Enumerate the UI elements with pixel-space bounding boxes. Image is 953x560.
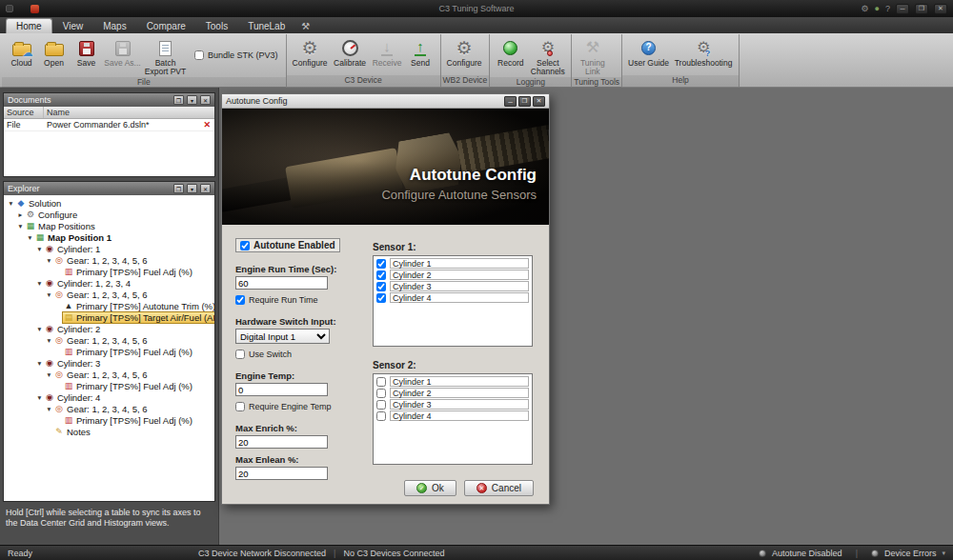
cylinder-checkbox[interactable] [376,270,386,280]
cylinder-checkbox[interactable] [376,293,386,303]
tree-item[interactable]: ▾◉Cylinder: 2 [4,323,214,334]
tab-tunelab[interactable]: TuneLab [238,19,294,33]
name-column-header[interactable]: Name [44,107,214,118]
tree-item[interactable]: ▤Primary [TPS%] Target Air/Fuel (AFR) [4,311,214,323]
save-button[interactable]: Save [71,35,102,69]
explorer-autohide-icon[interactable]: ▾ [187,184,197,193]
tab-home[interactable]: Home [6,18,52,33]
source-column-header[interactable]: Source [4,107,44,118]
tree-item[interactable]: ▥Primary [TPS%] Fuel Adj (%) [4,266,214,277]
tab-tools[interactable]: Tools [196,19,237,33]
tree-item[interactable]: ▾◎Gear: 1, 2, 3, 4, 5, 6 [4,289,214,300]
tree-item[interactable]: ✎Notes [4,426,214,437]
dialog-titlebar[interactable]: Autotune Config ─ ❐ ✕ [222,94,549,109]
max-enrich-input[interactable] [235,435,328,449]
require-run-time-checkbox[interactable] [235,295,245,305]
expand-icon[interactable]: ▸ [16,210,25,219]
dialog-maximize-icon[interactable]: ❐ [518,96,531,107]
collapse-icon[interactable]: ▾ [7,199,15,208]
tab-compare[interactable]: Compare [137,19,195,33]
collapse-icon[interactable]: ▾ [45,336,53,345]
document-row[interactable]: File Power Commander 6.dsln* ✕ [4,119,214,131]
wb2-configure-button[interactable]: ⚙ Configure [445,35,484,69]
collapse-icon[interactable]: ▾ [35,245,44,253]
titlebar-gear-icon[interactable]: ⚙ [861,5,868,13]
cloud-button[interactable]: ☁ Cloud [6,35,37,69]
ribbon-group-wb2-device: ⚙ Configure WB2 Device [441,34,491,87]
tree-item[interactable]: ▾▦Map Position 1 [4,231,214,243]
select-channels-button[interactable]: ⚙ Select Channels [528,35,567,77]
collapse-icon[interactable]: ▾ [35,279,44,288]
batch-export-pvt-button[interactable]: Batch Export PVT [143,35,188,77]
titlebar-status-icon[interactable]: ● [875,5,880,13]
titlebar-help-icon[interactable]: ? [885,5,890,13]
bundle-stk-checkbox[interactable] [194,50,204,60]
close-button[interactable]: ✕ [934,4,947,14]
receive-button[interactable]: ↓ Receive [371,35,404,69]
use-switch-checkbox[interactable] [235,350,245,359]
tree-item[interactable]: ▾▦Map Positions [4,220,214,231]
open-button[interactable]: Open [38,35,70,69]
user-guide-button[interactable]: ? User Guide [626,35,671,69]
close-document-icon[interactable]: ✕ [199,120,214,130]
collapse-icon[interactable]: ▾ [35,325,44,333]
tree-item[interactable]: ▸⚙Configure [4,209,214,220]
cylinder-checkbox[interactable] [376,389,386,398]
tree-item[interactable]: ▥Primary [TPS%] Fuel Adj (%) [4,346,214,357]
cylinder-checkbox[interactable] [376,377,386,387]
cylinder-checkbox[interactable] [376,411,386,421]
collapse-icon[interactable]: ▾ [35,359,44,368]
tree-item[interactable]: ▾◎Gear: 1, 2, 3, 4, 5, 6 [4,254,214,266]
tab-view[interactable]: View [53,19,93,33]
documents-float-icon[interactable]: ❐ [173,95,184,105]
tree-item[interactable]: ▾◎Gear: 1, 2, 3, 4, 5, 6 [4,403,214,414]
autotune-enabled-checkbox[interactable] [240,241,250,250]
tree-item[interactable]: ▾◉Cylinder: 1, 2, 3, 4 [4,277,214,289]
calibrate-button[interactable]: Calibrate [331,35,370,69]
cylinder-checkbox[interactable] [376,259,386,269]
explorer-close-icon[interactable]: ✕ [200,184,211,193]
collapse-icon[interactable]: ▾ [45,290,53,299]
minimize-button[interactable]: ─ [896,4,909,14]
require-engine-temp-checkbox[interactable] [235,402,245,411]
collapse-icon[interactable]: ▾ [45,370,53,379]
collapse-icon[interactable]: ▾ [45,405,53,413]
cylinder-checkbox[interactable] [376,282,386,291]
explorer-float-icon[interactable]: ❐ [173,184,184,193]
documents-close-icon[interactable]: ✕ [200,95,211,105]
troubleshooting-button[interactable]: ⚙? Troubleshooting [672,35,735,69]
dialog-minimize-icon[interactable]: ─ [504,96,517,107]
tree-item[interactable]: ▾◉Cylinder: 4 [4,391,214,403]
engine-run-time-input[interactable] [235,276,328,290]
tuning-link-button[interactable]: ⚒ Tuning Link [576,35,609,77]
ok-button[interactable]: ✓ Ok [404,480,456,496]
send-button[interactable]: ↑ Send [405,35,436,69]
maximize-button[interactable]: ❐ [915,4,928,14]
tree-item[interactable]: ▾◆Solution [4,197,214,209]
hardware-switch-select[interactable]: Digital Input 1 [235,329,330,344]
tree-item[interactable]: ▲Primary [TPS%] Autotune Trim (%) [4,300,214,311]
c3-configure-button[interactable]: ⚙ Configure [291,35,330,69]
cylinder-checkbox[interactable] [376,400,386,410]
collapse-icon[interactable]: ▾ [45,256,53,265]
tree-item[interactable]: ▾◉Cylinder: 1 [4,243,214,254]
tab-maps[interactable]: Maps [93,19,135,33]
cancel-button[interactable]: ✕ Cancel [464,480,534,496]
tree-item[interactable]: ▾◎Gear: 1, 2, 3, 4, 5, 6 [4,334,214,346]
device-errors-chevron-icon[interactable]: ▾ [942,550,945,557]
collapse-icon[interactable]: ▾ [16,222,25,230]
engine-temp-input[interactable] [235,383,328,396]
save-as-button[interactable]: Save As... [103,35,142,69]
dialog-close-icon[interactable]: ✕ [533,96,545,107]
max-enlean-input[interactable] [235,467,328,480]
status-device-errors[interactable]: Device Errors [884,549,937,558]
quick-settings-wrench-icon[interactable]: ⚒ [301,21,310,33]
documents-autohide-icon[interactable]: ▾ [187,95,197,105]
collapse-icon[interactable]: ▾ [26,233,34,242]
tree-item[interactable]: ▾◎Gear: 1, 2, 3, 4, 5, 6 [4,369,214,380]
tree-item[interactable]: ▾◉Cylinder: 3 [4,357,214,369]
record-button[interactable]: Record [494,35,527,69]
tree-item[interactable]: ▥Primary [TPS%] Fuel Adj (%) [4,380,214,391]
tree-item[interactable]: ▥Primary [TPS%] Fuel Adj (%) [4,414,214,426]
collapse-icon[interactable]: ▾ [35,393,44,402]
